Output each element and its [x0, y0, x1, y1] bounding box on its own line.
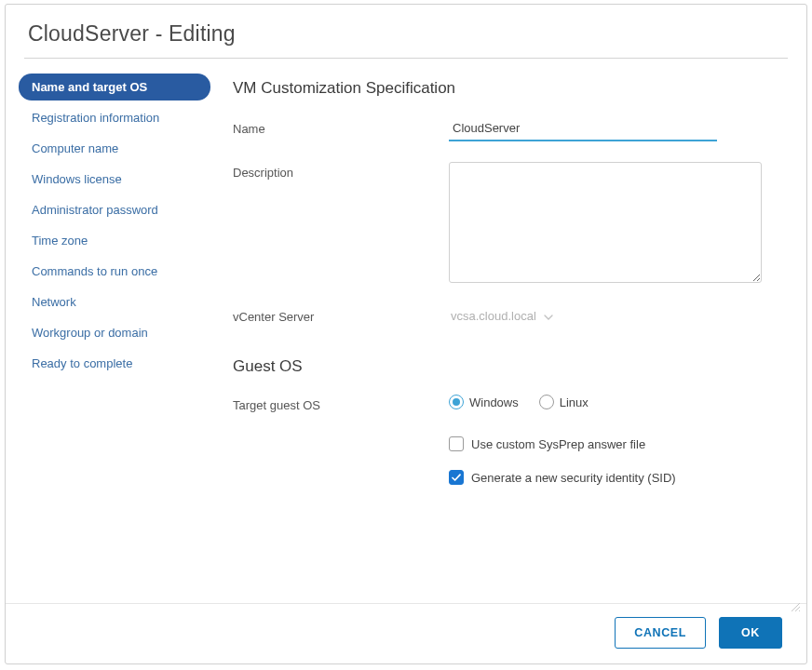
sidebar-item-label: Time zone	[32, 234, 88, 248]
dialog-header: CloudServer - Editing	[6, 5, 806, 56]
sidebar-item-label: Ready to complete	[32, 356, 132, 370]
sidebar-item-administrator-password[interactable]: Administrator password	[19, 196, 210, 223]
resize-handle-icon[interactable]	[790, 601, 801, 615]
vcenter-server-dropdown[interactable]: vcsa.cloud.local	[449, 306, 555, 326]
radio-label-linux: Linux	[560, 395, 589, 409]
wizard-sidebar: Name and target OS Registration informat…	[19, 74, 210, 603]
vcenter-server-value: vcsa.cloud.local	[451, 309, 536, 323]
name-input[interactable]	[449, 118, 717, 141]
sidebar-item-ready-to-complete[interactable]: Ready to complete	[19, 350, 210, 377]
checkbox-icon	[449, 436, 464, 451]
row-name: Name	[233, 118, 767, 141]
checkbox-label-use-sysprep: Use custom SysPrep answer file	[471, 437, 645, 451]
radio-windows[interactable]: Windows	[449, 395, 519, 409]
dialog-title: CloudServer - Editing	[28, 21, 784, 47]
sidebar-item-label: Registration information	[32, 111, 159, 125]
main-panel: VM Customization Specification Name Desc…	[210, 74, 793, 603]
label-target-guest-os: Target guest OS	[233, 395, 449, 412]
label-vcenter-server: vCenter Server	[233, 306, 449, 324]
svg-line-0	[792, 603, 800, 611]
sidebar-item-time-zone[interactable]: Time zone	[19, 227, 210, 254]
sidebar-item-label: Network	[32, 295, 76, 309]
section-title-guest-os: Guest OS	[233, 357, 767, 376]
sidebar-item-label: Name and target OS	[32, 80, 147, 94]
checkbox-icon	[449, 470, 464, 485]
sidebar-item-label: Commands to run once	[32, 264, 157, 278]
radio-icon	[539, 395, 554, 409]
sidebar-item-network[interactable]: Network	[19, 288, 210, 315]
radio-label-windows: Windows	[469, 395, 519, 409]
sidebar-item-workgroup-or-domain[interactable]: Workgroup or domain	[19, 319, 210, 346]
dialog-body: Name and target OS Registration informat…	[6, 59, 806, 603]
row-description: Description	[233, 162, 767, 286]
description-textarea[interactable]	[449, 162, 762, 283]
checkbox-generate-sid[interactable]: Generate a new security identity (SID)	[449, 470, 767, 485]
section-title-vm-customization: VM Customization Specification	[233, 79, 767, 98]
sidebar-item-name-and-target-os[interactable]: Name and target OS	[19, 74, 210, 100]
dialog-edit-vm-customization: CloudServer - Editing Name and target OS…	[5, 4, 807, 664]
label-description: Description	[233, 162, 449, 180]
svg-line-2	[799, 610, 800, 611]
sidebar-item-label: Administrator password	[32, 203, 158, 217]
sidebar-item-registration-information[interactable]: Registration information	[19, 104, 210, 131]
checkbox-label-generate-sid: Generate a new security identity (SID)	[471, 471, 676, 485]
sidebar-item-commands-to-run-once[interactable]: Commands to run once	[19, 258, 210, 285]
chevron-down-icon	[544, 309, 553, 323]
dialog-footer: CANCEL OK	[6, 603, 806, 663]
sidebar-item-computer-name[interactable]: Computer name	[19, 135, 210, 162]
checkbox-use-sysprep[interactable]: Use custom SysPrep answer file	[449, 436, 767, 451]
radio-linux[interactable]: Linux	[539, 395, 589, 409]
ok-button[interactable]: OK	[719, 617, 782, 649]
cancel-button[interactable]: CANCEL	[615, 617, 706, 649]
sidebar-item-windows-license[interactable]: Windows license	[19, 166, 210, 193]
label-name: Name	[233, 118, 449, 136]
sidebar-item-label: Workgroup or domain	[32, 326, 148, 340]
row-vcenter-server: vCenter Server vcsa.cloud.local	[233, 306, 767, 326]
row-target-guest-os: Target guest OS Windows Linux	[233, 395, 767, 412]
sidebar-item-label: Computer name	[32, 141, 118, 155]
radio-icon	[449, 395, 464, 409]
sidebar-item-label: Windows license	[32, 172, 122, 186]
